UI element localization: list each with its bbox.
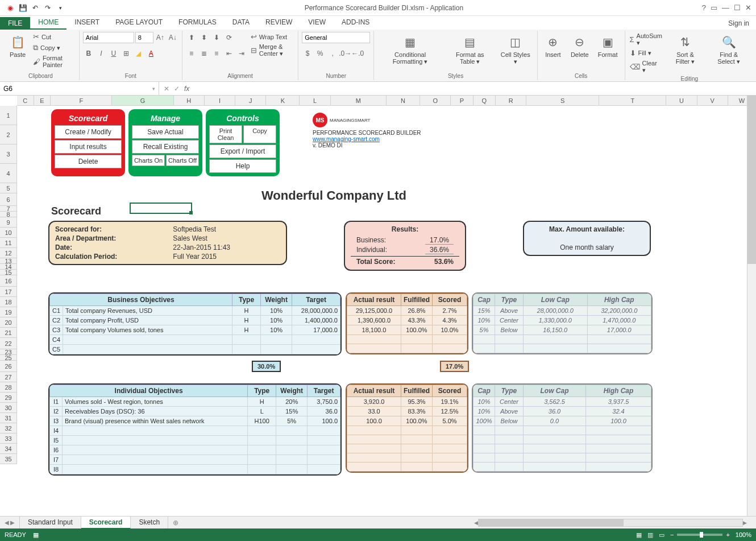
col-header[interactable]: R [496,96,526,105]
row-header[interactable]: 33 [0,433,16,444]
export-import-button[interactable]: Export / Import [209,144,276,158]
row-header[interactable]: 29 [0,393,16,403]
zoom-in-icon[interactable]: + [726,531,729,538]
row-header[interactable]: 27 [0,372,16,382]
tab-next-icon[interactable]: ▶ [10,519,15,526]
font-size-select[interactable] [135,32,153,43]
qat-dropdown-icon[interactable]: ▾ [55,2,66,14]
copy-button[interactable]: Copy [243,125,276,143]
sort-filter-button[interactable]: ⇅Sort & Filter ▾ [666,32,705,66]
formula-bar[interactable] [194,85,751,93]
vertical-scrollbar[interactable] [747,96,756,516]
bold-button[interactable]: B [83,48,94,59]
col-header[interactable]: E [34,96,51,105]
align-bottom-icon[interactable]: ⬇ [211,32,222,43]
col-header[interactable]: T [599,96,666,105]
align-middle-icon[interactable]: ⬍ [198,32,210,43]
insert-cells-button[interactable]: ⊕Insert [541,32,565,59]
ribbon-tab-insert[interactable]: INSERT [67,16,107,30]
row-header[interactable]: 19 [0,307,16,317]
row-header[interactable]: 17 [0,287,16,297]
row-header[interactable]: 25 [0,355,16,361]
decrease-font-icon[interactable]: A↓ [167,32,178,43]
row-header[interactable]: 30 [0,403,16,413]
help-icon[interactable]: ? [702,3,706,12]
row-header[interactable]: 21 [0,328,16,338]
paste-button[interactable]: 📋Paste [6,32,30,59]
row-header[interactable]: 8 [0,212,16,217]
col-header[interactable]: G [112,96,173,105]
zoom-out-icon[interactable]: − [670,531,674,538]
cut-button[interactable]: ✂Cut [32,32,76,42]
create-modify-button[interactable]: Create / Modify [55,125,122,139]
help-button[interactable]: Help [209,159,276,173]
format-painter-button[interactable]: 🖌Format Painter [32,54,76,69]
col-header[interactable]: M [331,96,387,105]
col-header[interactable]: P [451,96,473,105]
row-header[interactable]: 32 [0,423,16,433]
save-icon[interactable]: 💾 [17,2,28,14]
border-button[interactable]: ⊞ [121,48,132,59]
row-header[interactable]: 16 [0,275,16,287]
normal-view-icon[interactable]: ▦ [636,531,642,539]
input-results-button[interactable]: Input results [55,140,122,154]
align-center-icon[interactable]: ≣ [198,48,210,59]
col-header[interactable]: S [526,96,599,105]
tab-prev-icon[interactable]: ◀ [5,519,9,526]
ribbon-tab-formulas[interactable]: FORMULAS [171,16,225,30]
row-header[interactable]: 18 [0,297,16,307]
sheet-tab[interactable]: Standard Input [20,517,81,529]
row-header[interactable]: 12 [0,248,16,258]
ribbon-tab-data[interactable]: DATA [225,16,257,30]
cancel-formula-icon[interactable]: ✕ [164,85,169,93]
app-icon[interactable]: ◉ [5,2,16,14]
col-header[interactable]: F [51,96,112,105]
fx-icon[interactable]: fx [184,85,189,93]
save-actual-button[interactable]: Save Actual [132,125,199,139]
charts-off-button[interactable]: Charts Off [166,155,199,166]
row-header[interactable]: 1 [0,106,16,125]
col-header[interactable]: U [666,96,697,105]
decrease-indent-icon[interactable]: ⇤ [223,48,235,59]
conditional-formatting-button[interactable]: ▦Conditional Formatting ▾ [377,32,443,66]
zoom-control[interactable]: − + [670,531,730,538]
row-header[interactable]: 4 [0,164,16,183]
row-header[interactable]: 11 [0,238,16,248]
comma-icon[interactable]: , [327,48,338,59]
redo-icon[interactable]: ↷ [42,2,53,14]
horizontal-scrollbar[interactable]: ◀ ▶ [474,518,747,527]
copy-button[interactable]: ⧉Copy ▾ [32,43,76,53]
merge-center-button[interactable]: ⊟Merge & Center ▾ [250,43,294,58]
row-header[interactable]: 9 [0,217,16,228]
wrap-text-button[interactable]: ↩Wrap Text [250,32,294,42]
row-header[interactable]: 5 [0,183,16,193]
add-sheet-icon[interactable]: ⊕ [168,517,183,528]
sheet-content[interactable]: Scorecard Create / Modify Input results … [17,106,747,505]
col-header[interactable]: L [300,96,330,105]
percent-icon[interactable]: % [314,48,326,59]
sheet-tab[interactable]: Sketch [131,517,168,529]
ribbon-options-icon[interactable]: ▭ [711,3,717,12]
sign-in-link[interactable]: Sign in [721,17,756,30]
ribbon-tab-add-ins[interactable]: ADD-INS [334,16,377,30]
row-header[interactable]: 15 [0,270,16,275]
decrease-decimal-icon[interactable]: ←.0 [352,48,363,59]
fill-button[interactable]: ⬇Fill ▾ [629,48,663,58]
format-as-table-button[interactable]: ▤Format as Table ▾ [445,32,495,66]
col-header[interactable]: N [387,96,420,105]
font-color-button[interactable]: A [146,48,157,59]
row-header[interactable]: 20 [0,317,16,328]
ribbon-tab-review[interactable]: REVIEW [257,16,300,30]
macro-icon[interactable]: ▦ [33,531,39,539]
currency-icon[interactable]: $ [302,48,313,59]
row-header[interactable]: 31 [0,413,16,423]
col-header[interactable]: K [266,96,300,105]
undo-icon[interactable]: ↶ [30,2,41,14]
print-clean-button[interactable]: Print Clean [209,125,242,143]
ribbon-tab-home[interactable]: HOME [30,16,67,30]
fill-color-button[interactable]: ◢ [133,48,144,59]
increase-decimal-icon[interactable]: .0→ [339,48,351,59]
underline-button[interactable]: U [108,48,119,59]
cell-styles-button[interactable]: ◫Cell Styles ▾ [497,32,533,66]
row-header[interactable]: 22 [0,338,16,349]
